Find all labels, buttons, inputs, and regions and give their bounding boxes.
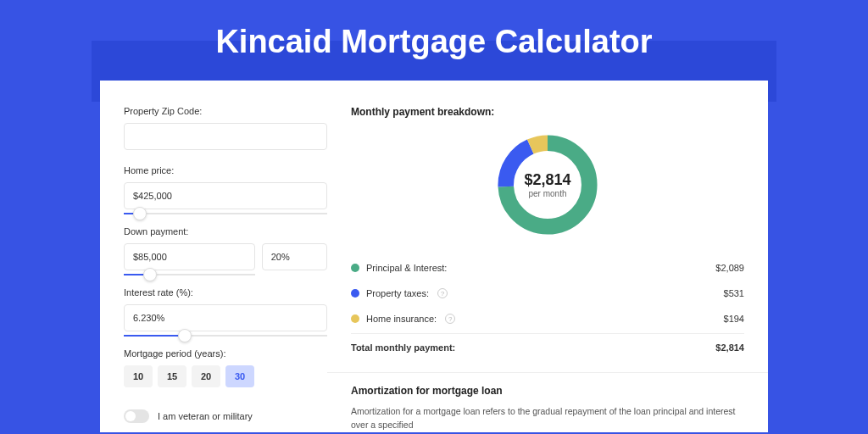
legend-item: Principal & Interest:$2,089 <box>351 255 744 281</box>
legend-list: Principal & Interest:$2,089Property taxe… <box>351 255 744 331</box>
veteran-label: I am veteran or military <box>158 411 253 421</box>
legend-label: Principal & Interest: <box>366 263 447 273</box>
home-price-input[interactable] <box>124 182 327 209</box>
period-btn-10[interactable]: 10 <box>124 365 153 387</box>
breakdown-column: Monthly payment breakdown: $2,814 per mo… <box>351 106 744 432</box>
home-price-label: Home price: <box>124 165 327 175</box>
legend-item: Property taxes:?$531 <box>351 281 744 306</box>
period-btn-30[interactable]: 30 <box>225 365 254 387</box>
donut-sub: per month <box>528 189 566 198</box>
info-icon[interactable]: ? <box>437 288 448 298</box>
legend-item: Home insurance:?$194 <box>351 306 744 331</box>
zip-label: Property Zip Code: <box>124 106 327 116</box>
total-row: Total monthly payment: $2,814 <box>351 333 744 360</box>
rate-slider[interactable] <box>124 335 327 337</box>
down-payment-pct-input[interactable] <box>262 243 327 270</box>
slider-thumb[interactable] <box>133 207 147 220</box>
rate-input[interactable] <box>124 304 327 331</box>
legend-dot <box>351 314 359 323</box>
down-payment-label: Down payment: <box>124 226 327 236</box>
rate-label: Interest rate (%): <box>124 287 327 298</box>
slider-thumb[interactable] <box>143 268 157 281</box>
amort-body: Amortization for a mortgage loan refers … <box>351 405 744 432</box>
legend-value: $531 <box>724 288 744 298</box>
breakdown-header: Monthly payment breakdown: <box>351 106 744 118</box>
down-payment-input[interactable] <box>124 243 255 270</box>
donut-chart: $2,814 per month <box>492 130 603 240</box>
period-row: 10 15 20 30 <box>124 365 327 387</box>
zip-input[interactable] <box>124 123 327 150</box>
page-title: Kincaid Mortgage Calculator <box>0 0 868 81</box>
amort-header: Amortization for mortgage loan <box>351 385 744 397</box>
slider-fill <box>124 335 185 337</box>
donut-amount: $2,814 <box>524 171 570 189</box>
total-value: $2,814 <box>715 342 744 353</box>
legend-label: Home insurance: <box>366 314 437 324</box>
legend-dot <box>351 264 359 272</box>
calculator-panel: Property Zip Code: Home price: Down paym… <box>100 81 768 432</box>
period-label: Mortgage period (years): <box>124 348 327 359</box>
period-btn-20[interactable]: 20 <box>192 365 220 387</box>
down-payment-slider[interactable] <box>124 274 255 275</box>
period-btn-15[interactable]: 15 <box>158 365 186 387</box>
info-icon[interactable]: ? <box>445 314 455 324</box>
slider-thumb[interactable] <box>178 329 192 342</box>
home-price-slider[interactable] <box>124 213 327 214</box>
legend-label: Property taxes: <box>366 288 429 298</box>
legend-value: $2,089 <box>715 263 744 273</box>
legend-value: $194 <box>724 314 744 324</box>
form-column: Property Zip Code: Home price: Down paym… <box>124 106 327 432</box>
veteran-toggle[interactable] <box>124 409 149 423</box>
total-label: Total monthly payment: <box>351 342 455 353</box>
divider <box>327 372 768 373</box>
legend-dot <box>351 289 359 298</box>
